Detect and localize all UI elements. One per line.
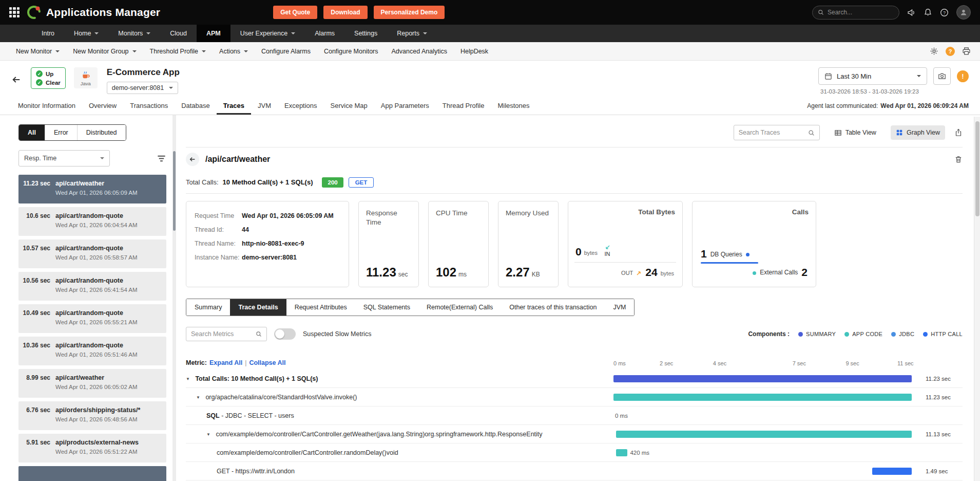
global-search-input[interactable] [828,9,894,16]
bytes-out: OUT 24 bytes [621,267,674,278]
get-quote-button[interactable]: Get Quote [273,6,317,19]
tab-app-parameters[interactable]: App Parameters [374,97,436,115]
back-arrow-icon[interactable] [11,75,22,85]
tab-jvm[interactable]: JVM [251,97,278,115]
toolbar-actions[interactable]: Actions [213,48,255,55]
tab-trace-details[interactable]: Trace Details [230,299,286,316]
tab-exceptions[interactable]: Exceptions [278,97,324,115]
notification-bell-icon[interactable] [924,8,932,17]
legend-http-call: HTTP CALL [923,331,963,337]
tab-overview[interactable]: Overview [82,97,123,115]
trace-list-item[interactable]: 5.91 sec api/products/external-news Wed … [18,434,166,462]
export-icon[interactable] [954,128,963,137]
collapse-icon[interactable] [186,377,190,381]
nav-item-user-experience[interactable]: User Experience [230,25,305,42]
trace-list-item[interactable]: 10.57 sec api/cart/random-quote Wed Apr … [18,239,166,268]
global-search[interactable] [812,6,899,20]
back-to-list-button[interactable] [186,153,199,166]
trace-list-item[interactable]: 8.99 sec api/cart/weather Wed Apr 01, 20… [18,369,166,398]
trace-list-item[interactable]: 10.56 sec api/cart/random-quote Wed Apr … [18,272,166,301]
nav-item-settings[interactable]: Settings [344,25,387,42]
collapse-icon[interactable] [206,432,210,437]
megaphone-icon[interactable] [907,8,916,17]
sidebar-scrollbar[interactable] [172,115,176,481]
support-icon[interactable]: ? [946,47,955,56]
toolbar-advanced-analytics[interactable]: Advanced Analytics [385,48,454,55]
tab-thread-profile[interactable]: Thread Profile [436,97,491,115]
expand-all-link[interactable]: Expand All [209,359,242,366]
search-icon [808,130,815,136]
toolbar-threshold-profile[interactable]: Threshold Profile [143,48,213,55]
gear-icon[interactable] [930,47,938,55]
user-avatar[interactable] [956,5,971,20]
printer-icon[interactable] [962,47,971,55]
tab-database[interactable]: Database [175,97,217,115]
toolbar-configure-monitors[interactable]: Configure Monitors [317,48,385,55]
waterfall-row[interactable]: GET - https://wttr.in/London 1.49 sec [186,462,963,480]
delete-trace-icon[interactable] [954,155,963,163]
tab-milestones[interactable]: Milestones [491,97,536,115]
personalized-demo-button[interactable]: Personalized Demo [374,6,445,19]
metrics-search[interactable] [186,327,267,341]
trace-duration: 11.23 sec [23,180,55,203]
tab-other-traces[interactable]: Other traces of this transaction [501,299,605,316]
segment-all[interactable]: All [19,125,45,140]
collapse-icon[interactable] [196,395,200,400]
page-scrollbar[interactable] [974,117,980,481]
toolbar-new-monitor-group[interactable]: New Monitor Group [66,48,143,55]
segment-error[interactable]: Error [45,125,77,140]
collapse-all-link[interactable]: Collapse All [249,359,285,366]
toolbar-configure-alarms[interactable]: Configure Alarms [255,48,317,55]
segment-distributed[interactable]: Distributed [77,125,126,140]
tab-sql-statements[interactable]: SQL Statements [355,299,418,316]
nav-item-cloud[interactable]: Cloud [160,25,197,42]
waterfall-row[interactable]: org/apache/catalina/core/StandardHostVal… [186,388,963,406]
scrollbar-thumb[interactable] [173,151,176,231]
download-button[interactable]: Download [323,6,367,19]
scrollbar-thumb[interactable] [975,121,979,216]
waterfall-row[interactable]: SQL - JDBC - SELECT - users 0 ms [186,406,963,425]
graph-view-button[interactable]: Graph View [891,125,945,140]
nav-item-home[interactable]: Home [64,25,108,42]
alert-count-badge[interactable]: ! [957,70,969,82]
waterfall-row[interactable]: Total Calls: 10 Method Call(s) + 1 SQL(s… [186,369,963,388]
trace-list-item[interactable]: 11.23 sec api/cart/weather Wed Apr 01, 2… [18,175,166,203]
help-icon[interactable]: ? [940,8,949,17]
screenshot-button[interactable] [933,67,951,85]
table-view-button[interactable]: Table View [829,125,881,140]
trace-list-item[interactable]: 10.6 sec api/cart/random-quote Wed Apr 0… [18,207,166,236]
tab-remote-external-calls[interactable]: Remote(External) Calls [418,299,501,316]
tab-service-map[interactable]: Service Map [324,97,374,115]
trace-list-item[interactable]: 10.49 sec api/cart/random-quote Wed Apr … [18,304,166,333]
tab-summary[interactable]: Summary [186,299,230,316]
row-duration: 11.23 sec [921,394,963,400]
traces-search[interactable] [734,125,820,140]
check-icon [36,70,43,77]
time-range-dropdown[interactable]: Last 30 Min [818,67,927,85]
trace-list-item[interactable]: 6.76 sec api/orders/shipping-status/* We… [18,401,166,430]
filter-icon[interactable] [157,154,166,163]
metrics-search-input[interactable] [191,330,252,338]
apps-grid-icon[interactable] [9,7,20,17]
tab-transactions[interactable]: Transactions [123,97,175,115]
trace-list-item[interactable]: 10.36 sec api/cart/random-quote Wed Apr … [18,337,166,365]
toolbar-helpdesk[interactable]: HelpDesk [454,48,495,55]
waterfall-row[interactable]: com/example/demo/controller/CartControll… [186,443,963,462]
sort-by-dropdown[interactable]: Resp. Time [18,150,110,166]
slow-metrics-toggle[interactable] [274,328,296,340]
toolbar-new-monitor[interactable]: New Monitor [9,48,66,55]
tab-monitor-information[interactable]: Monitor Information [11,97,82,115]
nav-item-apm[interactable]: APM [197,25,230,42]
nav-item-alarms[interactable]: Alarms [305,25,344,42]
waterfall-row[interactable]: com/example/demo/controller/CartControll… [186,425,963,443]
traces-search-input[interactable] [739,129,804,136]
tab-request-attributes[interactable]: Request Attributes [286,299,355,316]
nav-item-reports[interactable]: Reports [387,25,437,42]
trace-list-item-partial[interactable] [18,466,166,481]
toggle-knob[interactable] [275,329,284,339]
nav-item-monitors[interactable]: Monitors [108,25,160,42]
nav-item-intro[interactable]: Intro [32,25,64,42]
tab-jvm-detail[interactable]: JVM [605,299,634,316]
tab-traces[interactable]: Traces [217,97,251,115]
instance-dropdown[interactable]: demo-server:8081 [107,82,178,94]
